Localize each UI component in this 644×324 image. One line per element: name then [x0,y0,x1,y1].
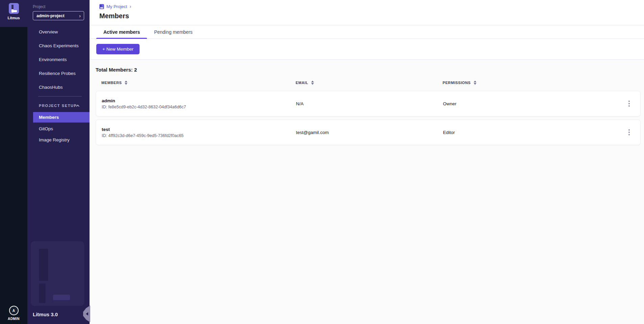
sort-icon[interactable] [125,81,127,85]
total-members-count: Total Members: 2 [96,67,641,73]
member-cell: admin ID: fe8e5cd9-eb2c-4d32-8632-04df34… [102,98,296,109]
sidebar-item-image-registry[interactable]: Image Registry [27,134,90,145]
sidebar: Project admin-project › Overview Chaos E… [27,0,90,324]
sidebar-nav: Overview Chaos Experiments Environments … [27,25,90,94]
sort-icon[interactable] [474,81,476,85]
member-email: test@gamil.com [296,130,443,135]
sidebar-item-overview[interactable]: Overview [27,25,90,39]
collapse-arrow-icon [86,312,88,316]
sidebar-item-chaoshubs[interactable]: ChaosHubs [27,80,90,94]
logo-shape [11,5,14,9]
sidebar-collapse-handle[interactable] [83,305,90,322]
illustration-shape [39,249,48,281]
toolbar: + New Member [90,39,644,60]
new-member-button[interactable]: + New Member [96,44,140,54]
tab-active-members[interactable]: Active members [96,25,147,38]
member-permission: Editor [443,130,613,135]
sidebar-divider [38,96,82,97]
sidebar-item-resilience-probes[interactable]: Resilience Probes [27,66,90,80]
avatar[interactable]: A [9,306,19,315]
row-actions-menu-icon[interactable] [625,99,634,108]
tab-pending-members[interactable]: Pending members [147,25,200,38]
table-row: admin ID: fe8e5cd9-eb2c-4d32-8632-04df34… [96,91,641,116]
illustration-shape [53,295,70,300]
page-title: Members [99,12,644,20]
column-header-permissions[interactable]: PERMISSIONS [443,81,614,85]
members-content: Total Members: 2 MEMBERS EMAIL PERMISSIO… [90,60,644,324]
icon-rail: Litmus A ADMIN [0,0,27,324]
table-header-row: MEMBERS EMAIL PERMISSIONS [96,78,641,88]
member-email: N/A [296,101,443,106]
breadcrumb-separator: › [129,4,131,9]
user-menu[interactable]: A ADMIN [8,306,20,321]
member-name: test [102,127,296,132]
logo-shape [100,5,101,7]
project-selected-value: admin-project [36,14,65,18]
sidebar-item-chaos-experiments[interactable]: Chaos Experiments [27,39,90,53]
logo-shape [100,7,103,8]
column-header-email[interactable]: EMAIL [296,81,443,85]
row-actions-menu-icon[interactable] [625,128,634,137]
sidebar-item-members[interactable]: Members [33,112,90,123]
user-label: ADMIN [8,317,20,321]
logo-block: Litmus [0,0,27,27]
project-selector[interactable]: admin-project › [33,11,84,20]
brand-label: Litmus [7,16,20,20]
member-cell: test ID: 4ff92c3d-d6e7-459c-9ed5-736fd2f… [102,127,296,138]
breadcrumb-project-link[interactable]: My Project [106,4,127,9]
table-row: test ID: 4ff92c3d-d6e7-459c-9ed5-736fd2f… [96,119,641,145]
litmus-logo-icon[interactable] [9,3,19,14]
project-setup-section-toggle[interactable]: PROJECT SETUP [27,101,90,111]
illustration-shape [39,284,46,303]
member-id: ID: 4ff92c3d-d6e7-459c-9ed5-736fd2f0ac65 [102,133,296,138]
member-name: admin [102,98,296,103]
sidebar-item-gitops[interactable]: GitOps [27,123,90,134]
member-permission: Owner [443,101,613,106]
project-label: Project [33,4,90,9]
column-header-members[interactable]: MEMBERS [101,81,296,85]
breadcrumb: My Project › [99,4,644,9]
tab-bar: Active members Pending members [90,25,644,39]
section-label: PROJECT SETUP [39,104,77,108]
logo-shape [11,10,17,12]
version-label: Litmus 3.0 [33,312,58,317]
page-header: My Project › Members [90,0,644,25]
project-icon [99,4,104,9]
sidebar-illustration [31,241,84,306]
main-content: My Project › Members Active members Pend… [90,0,644,324]
sort-icon[interactable] [311,81,314,85]
member-id: ID: fe8e5cd9-eb2c-4d32-8632-04df34a6d6c7 [102,105,296,109]
sidebar-item-environments[interactable]: Environments [27,53,90,66]
chevron-right-icon: › [79,14,81,18]
